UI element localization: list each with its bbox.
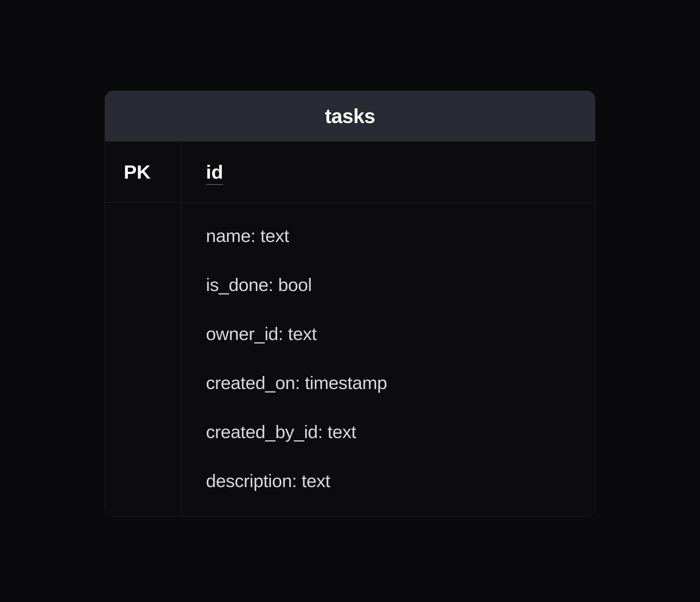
table-name: tasks bbox=[105, 105, 595, 128]
fields-column: id name: text is_done: bool owner_id: te… bbox=[181, 141, 595, 516]
field-name: name bbox=[206, 226, 251, 246]
table-body: PK id name: text is_done: bool owner_id:… bbox=[105, 141, 595, 516]
primary-key-field-cell: id bbox=[181, 141, 595, 203]
primary-key-field: id bbox=[206, 161, 223, 185]
field-row: owner_id: text bbox=[206, 323, 571, 344]
field-type: timestamp bbox=[305, 372, 387, 393]
field-row: created_by_id: text bbox=[206, 421, 571, 442]
fields-list: name: text is_done: bool owner_id: text … bbox=[181, 203, 595, 516]
primary-key-label: PK bbox=[124, 161, 151, 183]
field-row: name: text bbox=[206, 225, 571, 246]
field-name: description bbox=[206, 471, 292, 491]
field-type: text bbox=[288, 323, 317, 344]
field-type: text bbox=[260, 226, 289, 246]
primary-key-column: PK bbox=[105, 141, 181, 516]
field-type: text bbox=[327, 421, 356, 442]
field-row: created_on: timestamp bbox=[206, 372, 571, 393]
field-name: created_on bbox=[206, 372, 295, 393]
field-type: text bbox=[302, 471, 330, 491]
field-name: created_by_id bbox=[206, 421, 318, 442]
field-row: is_done: bool bbox=[206, 274, 571, 295]
field-name: owner_id bbox=[206, 323, 278, 344]
primary-key-cell: PK bbox=[105, 141, 181, 203]
field-name: is_done bbox=[206, 274, 269, 295]
table-schema-card: tasks PK id name: text is_done: bool own… bbox=[105, 90, 595, 517]
field-type: bool bbox=[278, 274, 312, 295]
table-header: tasks bbox=[105, 91, 595, 141]
field-row: description: text bbox=[206, 470, 571, 491]
